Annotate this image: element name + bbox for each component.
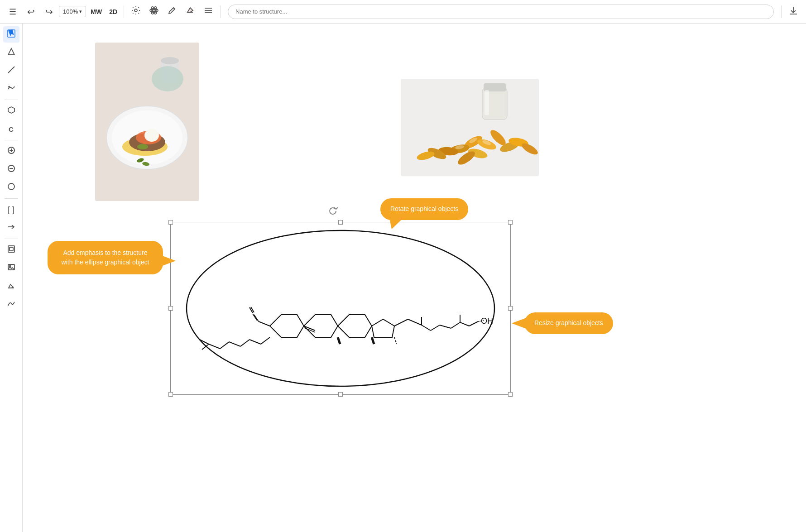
eraser2-icon	[7, 281, 15, 291]
rotate-handle[interactable]	[328, 206, 338, 216]
pen-button[interactable]	[164, 4, 180, 20]
svg-marker-92	[512, 318, 526, 329]
image-icon	[7, 263, 15, 273]
sidebar-divider-2	[5, 140, 18, 140]
pen-icon	[168, 6, 177, 17]
zoom-selector[interactable]: 100% ▾	[59, 6, 86, 17]
charge-tool[interactable]: C	[3, 121, 19, 137]
svg-point-32	[161, 57, 179, 64]
add-tool[interactable]	[3, 143, 19, 159]
atom-button[interactable]	[146, 4, 162, 20]
ellipse-callout-text: Add emphasis to the structure with the e…	[62, 249, 149, 266]
hexagon-icon	[7, 106, 15, 116]
frame-icon	[7, 245, 15, 255]
canvas[interactable]: OH	[23, 24, 806, 532]
svg-point-55	[187, 230, 494, 386]
food-image-1	[95, 43, 199, 201]
sidebar-divider-1	[5, 100, 18, 100]
charge-icon: C	[9, 125, 14, 133]
svg-point-29	[137, 144, 148, 149]
hexagon-tool[interactable]	[3, 103, 19, 119]
rotate-callout-wrapper: Rotate graphical objects	[380, 198, 468, 220]
arrow-tool[interactable]	[3, 220, 19, 236]
toolbar: ☰ ↩ ↪ 100% ▾ MW 2D	[0, 0, 806, 24]
download-button[interactable]	[785, 4, 801, 20]
shape-tool[interactable]	[3, 44, 19, 61]
ellipse-graphic	[170, 222, 511, 395]
ellipse-callout: Add emphasis to the structure with the e…	[48, 241, 163, 274]
svg-point-1	[153, 10, 155, 12]
select-icon	[7, 29, 15, 39]
sidebar-divider-3	[5, 198, 18, 199]
2d-button[interactable]: 2D	[106, 6, 120, 17]
svg-marker-9	[8, 48, 14, 55]
frame-tool[interactable]	[3, 242, 19, 258]
circle-tool[interactable]	[3, 179, 19, 196]
svg-point-30	[144, 129, 159, 142]
add-icon	[7, 146, 15, 156]
food-image-1-content	[95, 43, 199, 201]
svg-point-0	[134, 9, 137, 12]
left-sidebar: C [ ]	[0, 24, 23, 532]
svg-line-10	[8, 67, 14, 73]
sidebar-divider-4	[5, 239, 18, 239]
svg-rect-20	[10, 247, 13, 251]
svg-marker-11	[8, 107, 14, 113]
ellipse-callout-wrapper: Add emphasis to the structure with the e…	[48, 241, 163, 274]
eraser-icon	[186, 6, 195, 17]
svg-rect-39	[485, 90, 489, 115]
name-to-structure-input[interactable]	[228, 5, 774, 19]
rotate-callout-text: Rotate graphical objects	[390, 205, 458, 212]
rotate-callout: Rotate graphical objects	[380, 198, 468, 220]
zoom-value: 100%	[63, 8, 78, 15]
divider-2	[220, 5, 221, 18]
svg-marker-91	[389, 218, 403, 229]
zoom-arrow: ▾	[79, 9, 82, 14]
atom-icon	[149, 5, 159, 18]
menu-icon: ☰	[9, 7, 16, 17]
image-tool[interactable]	[3, 260, 19, 276]
lines-button[interactable]	[200, 4, 216, 20]
food-image-2	[401, 79, 539, 176]
divider-1	[124, 5, 124, 18]
undo-button[interactable]: ↩	[23, 4, 39, 20]
redo-button[interactable]: ↪	[41, 4, 57, 20]
svg-point-17	[8, 183, 14, 190]
minus-icon	[7, 164, 15, 174]
settings-icon	[131, 5, 141, 18]
settings-button[interactable]	[128, 4, 144, 20]
resize-callout-text: Resize graphical objects	[534, 319, 603, 326]
svg-marker-90	[161, 255, 176, 266]
line-icon	[7, 66, 15, 76]
undo-icon: ↩	[27, 6, 35, 17]
eraser-button[interactable]	[182, 4, 198, 20]
line-tool[interactable]	[3, 62, 19, 79]
bracket-icon: [ ]	[8, 205, 14, 215]
freehand2-tool[interactable]	[3, 296, 19, 312]
minus-tool[interactable]	[3, 161, 19, 177]
freehand2-icon	[7, 299, 15, 309]
freehand-tool[interactable]	[3, 81, 19, 97]
shape-icon	[7, 48, 15, 58]
circle-icon	[7, 182, 15, 192]
resize-callout: Resize graphical objects	[524, 312, 613, 334]
mw-button[interactable]: MW	[88, 6, 105, 17]
eraser2-tool[interactable]	[3, 278, 19, 294]
svg-point-33	[152, 66, 183, 91]
menu-button[interactable]: ☰	[5, 4, 21, 20]
svg-rect-36	[401, 79, 539, 176]
redo-icon: ↪	[45, 6, 53, 17]
select-tool[interactable]	[3, 26, 19, 43]
download-icon	[788, 5, 798, 18]
freehand-icon	[7, 84, 15, 94]
divider-3	[781, 5, 782, 18]
resize-callout-wrapper: Resize graphical objects	[524, 312, 613, 334]
lines-icon	[204, 6, 213, 17]
bracket-tool[interactable]: [ ]	[3, 201, 19, 218]
arrow-icon	[7, 223, 15, 233]
